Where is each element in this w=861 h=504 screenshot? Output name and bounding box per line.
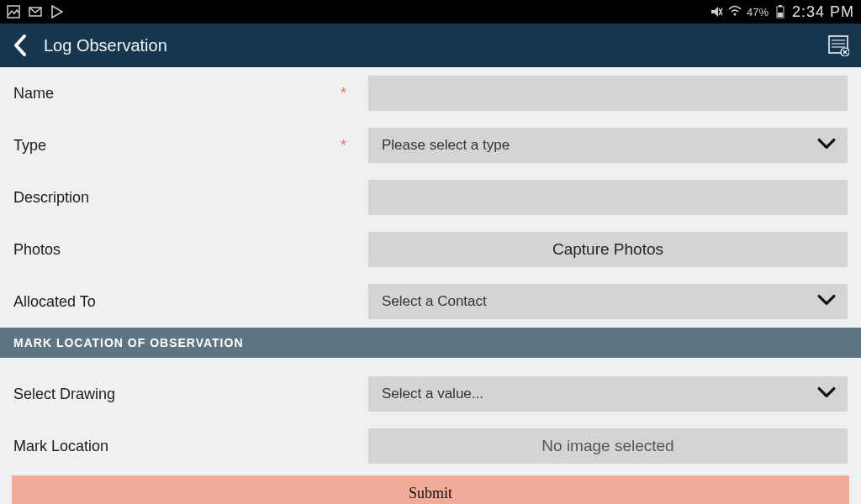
row-description: Description bbox=[0, 171, 861, 223]
allocated-select[interactable]: Select a Contact bbox=[368, 284, 848, 319]
play-store-icon bbox=[50, 5, 64, 18]
section-header-location: MARK LOCATION OF OBSERVATION bbox=[0, 328, 861, 358]
allocated-select-value: Select a Contact bbox=[382, 293, 487, 310]
back-button[interactable] bbox=[12, 34, 29, 57]
submit-button[interactable]: Submit bbox=[12, 475, 849, 504]
allocated-label: Allocated To bbox=[13, 293, 96, 311]
svg-marker-3 bbox=[711, 7, 718, 17]
mark-location-placeholder[interactable]: No image selected bbox=[368, 428, 848, 464]
chevron-down-icon bbox=[817, 386, 836, 402]
svg-marker-2 bbox=[52, 6, 62, 18]
description-label: Description bbox=[13, 189, 89, 207]
svg-rect-8 bbox=[779, 5, 782, 7]
drawing-select-value: Select a value... bbox=[382, 386, 483, 402]
row-name: Name * bbox=[0, 67, 861, 119]
wifi-icon bbox=[728, 5, 742, 18]
row-photos: Photos Capture Photos bbox=[0, 223, 861, 276]
row-mark-location: Mark Location No image selected bbox=[0, 420, 861, 472]
name-label: Name bbox=[13, 85, 54, 102]
chevron-down-icon bbox=[817, 293, 836, 310]
type-label: Type bbox=[13, 137, 46, 155]
row-allocated: Allocated To Select a Contact bbox=[0, 276, 861, 328]
row-type: Type * Please select a type bbox=[0, 119, 861, 171]
clear-form-icon[interactable] bbox=[827, 34, 849, 56]
description-input[interactable] bbox=[368, 180, 848, 215]
svg-point-6 bbox=[733, 13, 736, 16]
type-select[interactable]: Please select a type bbox=[368, 128, 848, 163]
chevron-down-icon bbox=[817, 137, 836, 154]
name-input[interactable] bbox=[368, 76, 848, 111]
photos-label: Photos bbox=[13, 241, 61, 259]
battery-icon bbox=[774, 5, 787, 18]
mark-label: Mark Location bbox=[13, 438, 108, 455]
form-area: Name * Type * Please select a type Descr… bbox=[0, 67, 861, 504]
battery-pct: 47% bbox=[747, 6, 769, 18]
page-title: Log Observation bbox=[44, 36, 167, 55]
app-header: Log Observation bbox=[0, 24, 861, 67]
row-drawing: Select Drawing Select a value... bbox=[0, 358, 861, 420]
mute-icon bbox=[710, 5, 723, 18]
capture-photos-button[interactable]: Capture Photos bbox=[368, 232, 848, 267]
required-marker: * bbox=[341, 137, 358, 155]
drawing-select[interactable]: Select a value... bbox=[368, 376, 848, 412]
clock: 2:34 PM bbox=[792, 3, 854, 21]
status-bar: 47% 2:34 PM bbox=[0, 0, 861, 24]
picture-icon bbox=[7, 5, 20, 18]
drawing-label: Select Drawing bbox=[13, 386, 115, 403]
required-marker: * bbox=[341, 85, 358, 102]
mail-icon bbox=[29, 5, 42, 18]
type-select-value: Please select a type bbox=[382, 137, 510, 154]
svg-rect-9 bbox=[778, 13, 783, 17]
